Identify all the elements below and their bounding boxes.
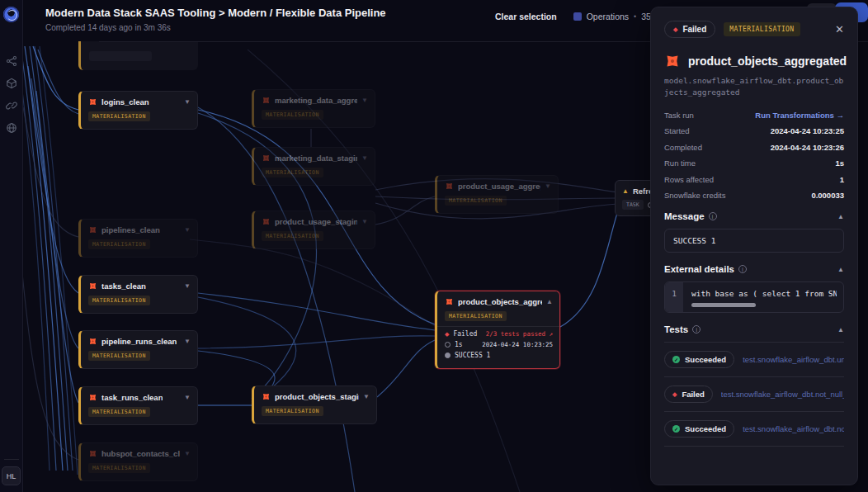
node-product_usage_aggregated[interactable]: product_usage_aggregated ▼ MATERIALISATI…	[435, 175, 559, 214]
collapse-icon[interactable]: ▲	[837, 326, 844, 334]
dbt-icon	[88, 337, 97, 346]
node-logins_clean[interactable]: logins_clean ▼ MATERIALISATION	[78, 91, 198, 130]
failed-diamond-icon: ◆	[445, 331, 449, 338]
info-icon[interactable]: i	[709, 212, 717, 220]
node-product_objects_staging[interactable]: product_objects_staging ▼ MATERIALISATIO…	[252, 386, 377, 424]
dbt-icon	[88, 225, 97, 234]
link-icon[interactable]	[4, 98, 19, 113]
user-avatar[interactable]: HL	[2, 466, 21, 485]
test-row: ✓ Succeeded test.snowflake_airflow_dbt.u…	[664, 343, 844, 377]
chevron-down-icon[interactable]: ▼	[184, 394, 191, 401]
powerbi-icon: ▲	[622, 187, 629, 195]
node-label: pipeline_runs_clean	[101, 337, 177, 346]
test-status-label: Succeeded	[685, 424, 726, 433]
dbt-icon	[88, 449, 97, 458]
node-label: product_objects_staging	[275, 392, 359, 401]
page-subtitle: Completed 14 days ago in 3m 36s	[45, 23, 171, 32]
materialisation-badge: MATERIALISATION	[262, 231, 323, 241]
materialisation-badge: MATERIALISATION	[445, 311, 507, 321]
dot-separator: •	[634, 12, 636, 21]
details-list: Task run Run Transformations → Started 2…	[664, 111, 844, 201]
node-pipelines_clean[interactable]: pipelines_clean ▼ MATERIALISATION	[78, 219, 198, 258]
node-label: marketing_data_aggregated	[275, 96, 357, 105]
divider	[437, 326, 559, 327]
node-task_runs_clean[interactable]: task_runs_clean ▼ MATERIALISATION	[78, 386, 198, 425]
chevron-down-icon[interactable]: ▼	[184, 282, 191, 290]
failed-diamond-icon: ◆	[672, 391, 677, 398]
node-label: product_usage_aggregated	[458, 182, 540, 191]
orchestra-logo-icon[interactable]	[3, 7, 19, 22]
test-link[interactable]: test.snowflake_airflow_dbt.not_null_pr	[721, 390, 844, 399]
node-hubspot_contacts_clean[interactable]: hubspot_contacts_clean ▼ MATERIALISATION	[78, 442, 198, 481]
chevron-down-icon[interactable]: ▼	[184, 98, 191, 106]
chevron-down-icon[interactable]: ▼	[361, 218, 368, 225]
chevron-down-icon[interactable]: ▼	[184, 338, 191, 345]
node-message: SUCCESS 1	[455, 352, 490, 359]
detail-row: Task run Run Transformations →	[664, 111, 844, 120]
chevron-down-icon[interactable]: ▼	[545, 182, 551, 190]
node-pipeline_runs_clean[interactable]: pipeline_runs_clean ▼ MATERIALISATION	[78, 330, 198, 369]
message-box: SUCCESS 1	[664, 229, 844, 253]
chevron-down-icon[interactable]: ▼	[184, 226, 191, 234]
detail-label: Task run	[664, 111, 694, 120]
node-marketing_data_aggregated[interactable]: marketing_data_aggregated ▼ MATERIALISAT…	[252, 89, 375, 128]
node-status: Failed	[453, 330, 477, 338]
check-circle-icon: ✓	[672, 425, 680, 433]
tests-summary-link[interactable]: 2/3 tests passed ↗	[486, 330, 553, 338]
chevron-down-icon[interactable]: ▼	[184, 450, 191, 457]
chevron-up-icon[interactable]: ▲	[546, 298, 553, 305]
detail-row: Snowflake credits 0.000033	[664, 191, 844, 200]
info-icon[interactable]: i	[692, 325, 701, 334]
test-status-label: Failed	[682, 390, 704, 399]
materialisation-badge: MATERIALISATION	[88, 296, 150, 305]
test-row: ✓ Succeeded test.snowflake_airflow_dbt.n…	[664, 412, 844, 447]
chevron-down-icon[interactable]: ▼	[361, 154, 368, 162]
detail-value: 2024-04-24 10:23:26	[771, 143, 844, 152]
node-marketing_data_staging[interactable]: marketing_data_staging ▼ MATERIALISATION	[252, 147, 375, 186]
chevron-down-icon[interactable]: ▼	[361, 97, 368, 104]
task-run-link[interactable]: Run Transformations →	[755, 111, 844, 120]
test-row: ◆ Failed test.snowflake_airflow_dbt.not_…	[664, 377, 844, 412]
status-badge: ◆ Failed	[664, 21, 715, 38]
node-runtime: 1s	[455, 341, 463, 348]
pipelines-graph-icon[interactable]	[4, 54, 19, 69]
operations-counter[interactable]: Operations • 35	[573, 12, 651, 21]
test-link[interactable]: test.snowflake_airflow_dbt.unique_pro	[743, 355, 844, 364]
collapse-icon[interactable]: ▲	[837, 266, 844, 273]
node-product_usage_staging[interactable]: product_usage_staging ▼ MATERIALISATION	[252, 211, 375, 249]
dbt-icon	[262, 96, 271, 105]
panel-subtitle: model.snowflake_airflow_dbt.product_obje…	[664, 75, 844, 99]
dbt-icon	[88, 97, 97, 106]
test-status-label: Succeeded	[685, 355, 726, 364]
node-label: pipelines_clean	[101, 225, 160, 234]
detail-label: Started	[664, 126, 690, 135]
node-label: hubspot_contacts_clean	[101, 449, 180, 458]
dbt-icon	[262, 392, 271, 401]
status-dot-icon	[445, 352, 451, 358]
left-sidebar: HL	[0, 0, 23, 492]
materialisation-badge: MATERIALISATION	[88, 351, 150, 361]
external-details-section-title: External details	[664, 264, 734, 274]
globe-icon[interactable]	[4, 121, 19, 135]
detail-value: 0.000033	[811, 191, 844, 200]
detail-label: Rows affected	[664, 175, 714, 184]
materialisation-badge: MATERIALISATION	[262, 168, 323, 177]
dbt-icon	[445, 182, 454, 191]
close-icon[interactable]: ✕	[835, 23, 844, 35]
detail-value: 2024-04-24 10:23:25	[771, 126, 844, 135]
horizontal-scrollbar[interactable]	[691, 303, 756, 307]
detail-label: Run time	[664, 158, 696, 168]
collapse-icon[interactable]: ▲	[837, 213, 844, 220]
info-icon[interactable]: i	[738, 265, 747, 273]
chevron-down-icon[interactable]: ▼	[363, 393, 370, 400]
node-product_objects_aggregated-selected[interactable]: product_objects_aggregated ▲ MATERIALISA…	[435, 291, 560, 369]
code-block: 1 with base as ( select 1 from SNOWFLAKE	[664, 281, 844, 313]
cube-icon[interactable]	[4, 76, 19, 91]
detail-row: Completed 2024-04-24 10:23:26	[664, 143, 844, 152]
node-tasks_clean[interactable]: tasks_clean ▼ MATERIALISATION	[78, 275, 198, 314]
materialisation-badge: MATERIALISATION	[724, 22, 800, 36]
test-link[interactable]: test.snowflake_airflow_dbt.not_null_pr	[743, 424, 844, 433]
clear-selection-button[interactable]: Clear selection	[495, 12, 557, 21]
dbt-icon	[445, 297, 454, 306]
node-label: product_objects_aggregated	[458, 297, 542, 306]
